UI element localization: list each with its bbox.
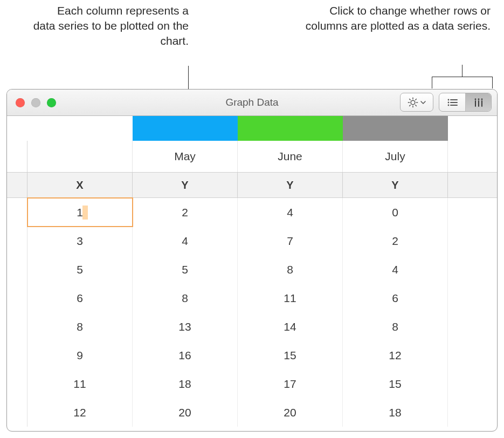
table-row: 8 13 14 8 <box>7 312 497 341</box>
series-name-july[interactable]: July <box>343 141 448 172</box>
plot-columns-button[interactable] <box>465 93 491 111</box>
data-cell-june[interactable]: 20 <box>238 398 343 427</box>
settings-menu-button[interactable] <box>400 93 433 112</box>
row-trail <box>448 312 497 341</box>
data-cell-x[interactable]: 8 <box>27 312 133 341</box>
text-cursor-highlight <box>82 206 88 220</box>
data-cell-july[interactable]: 18 <box>343 398 448 427</box>
axis-label-y1[interactable]: Y <box>133 173 238 197</box>
table-row: 3 4 7 2 <box>7 227 497 255</box>
data-cell-may[interactable]: 20 <box>133 398 238 427</box>
data-cell-x[interactable]: 1 <box>27 198 133 227</box>
data-sheet: May June July X Y Y Y 1 <box>7 116 497 431</box>
series-color-june[interactable] <box>238 116 343 141</box>
row-gutter <box>7 369 27 398</box>
callouts: Each column represents a data series to … <box>0 0 504 94</box>
axis-label-y2[interactable]: Y <box>238 173 343 197</box>
series-name-blank[interactable] <box>27 141 133 172</box>
row-gutter <box>7 227 27 255</box>
svg-point-13 <box>448 104 450 106</box>
data-cell-x[interactable]: 6 <box>27 284 133 312</box>
row-gutter <box>7 398 27 427</box>
data-cell-june[interactable]: 14 <box>238 312 343 341</box>
zoom-button[interactable] <box>47 98 56 107</box>
series-name-trail <box>448 141 497 172</box>
chevron-down-icon <box>420 99 426 106</box>
window-controls <box>7 98 56 107</box>
data-cell-may[interactable]: 16 <box>133 341 238 369</box>
data-cell-july[interactable]: 12 <box>343 341 448 369</box>
series-name-june[interactable]: June <box>238 141 343 172</box>
callout-bracket <box>432 77 493 88</box>
row-gutter <box>7 284 27 312</box>
close-button[interactable] <box>16 98 25 107</box>
data-cell-july[interactable]: 2 <box>343 227 448 255</box>
row-trail <box>448 198 497 227</box>
series-color-july[interactable] <box>343 116 448 141</box>
data-rows: 1 2 4 0 3 4 7 2 5 5 <box>7 198 497 427</box>
series-name-may[interactable]: May <box>133 141 238 172</box>
row-gutter <box>7 255 27 284</box>
axis-label-x[interactable]: X <box>27 173 133 197</box>
row-gutter <box>7 341 27 369</box>
series-color-row <box>7 116 497 141</box>
data-cell-june[interactable]: 4 <box>238 198 343 227</box>
axis-label-y3[interactable]: Y <box>343 173 448 197</box>
plot-rows-button[interactable] <box>439 93 465 111</box>
data-cell-x[interactable]: 12 <box>27 398 133 427</box>
data-cell-may[interactable]: 18 <box>133 369 238 398</box>
row-gutter <box>7 141 27 172</box>
data-cell-may[interactable]: 13 <box>133 312 238 341</box>
series-orientation-toggle <box>439 93 492 112</box>
data-cell-x[interactable]: 3 <box>27 227 133 255</box>
data-cell-july[interactable]: 4 <box>343 255 448 284</box>
data-cell-june[interactable]: 17 <box>238 369 343 398</box>
columns-icon <box>473 98 485 107</box>
data-cell-june[interactable]: 8 <box>238 255 343 284</box>
data-cell-june[interactable]: 15 <box>238 341 343 369</box>
data-cell-may[interactable]: 2 <box>133 198 238 227</box>
data-cell-july[interactable]: 0 <box>343 198 448 227</box>
data-cell-july[interactable]: 15 <box>343 369 448 398</box>
data-cell-x[interactable]: 11 <box>27 369 133 398</box>
titlebar: Graph Data <box>7 90 497 116</box>
data-cell-june[interactable]: 7 <box>238 227 343 255</box>
toolbar <box>400 93 492 112</box>
svg-point-15 <box>474 98 476 100</box>
svg-line-6 <box>416 105 417 106</box>
series-color-may[interactable] <box>133 116 238 141</box>
data-cell-x[interactable]: 9 <box>27 341 133 369</box>
svg-point-0 <box>411 100 415 105</box>
rows-icon <box>446 98 458 107</box>
data-cell-july[interactable]: 6 <box>343 284 448 312</box>
svg-line-5 <box>410 99 411 100</box>
row-trail <box>448 255 497 284</box>
row-trail <box>448 284 497 312</box>
minimize-button[interactable] <box>31 98 40 107</box>
callout-column-series: Each column represents a data series to … <box>32 3 189 49</box>
data-cell-june[interactable]: 11 <box>238 284 343 312</box>
axis-label-trail <box>448 173 497 197</box>
callout-leader-line <box>462 65 462 77</box>
table-row: 1 2 4 0 <box>7 198 497 227</box>
table-row: 6 8 11 6 <box>7 284 497 312</box>
series-color-trail <box>448 116 497 141</box>
row-trail <box>448 398 497 427</box>
svg-line-7 <box>410 105 411 106</box>
svg-point-17 <box>481 98 482 100</box>
axis-labels-row: X Y Y Y <box>7 172 497 198</box>
row-gutter <box>7 116 27 141</box>
series-name-row: May June July <box>7 141 497 172</box>
data-cell-may[interactable]: 5 <box>133 255 238 284</box>
data-cell-july[interactable]: 8 <box>343 312 448 341</box>
graph-data-window: Graph Data <box>6 89 498 432</box>
table-row: 9 16 15 12 <box>7 341 497 369</box>
row-gutter <box>7 312 27 341</box>
data-cell-may[interactable]: 4 <box>133 227 238 255</box>
row-gutter <box>7 173 27 197</box>
row-trail <box>448 341 497 369</box>
row-gutter <box>7 198 27 227</box>
data-cell-x[interactable]: 5 <box>27 255 133 284</box>
data-cell-may[interactable]: 8 <box>133 284 238 312</box>
svg-line-8 <box>416 99 417 100</box>
